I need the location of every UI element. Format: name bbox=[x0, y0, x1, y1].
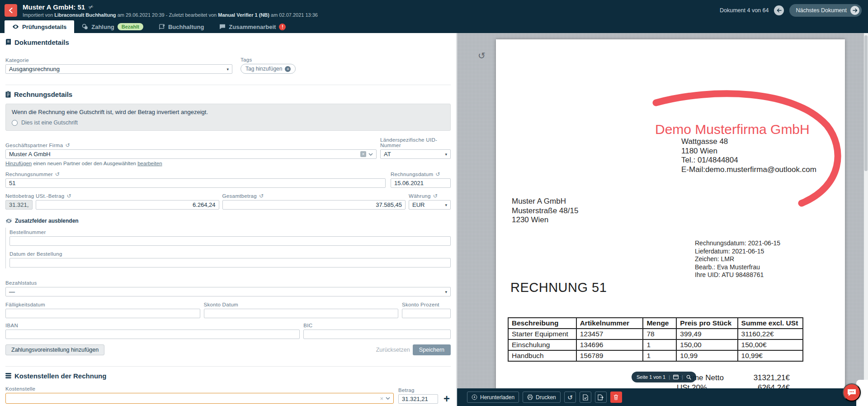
partner-combobox[interactable]: Muster A GmbH × bbox=[5, 149, 377, 159]
document-icon bbox=[5, 39, 11, 46]
rotate-left-icon[interactable]: ↺ bbox=[478, 50, 486, 61]
credit-note-infobox: Wenn die Rechnung eine Gutschrift ist, w… bbox=[5, 104, 451, 131]
kategorie-label: Kategorie bbox=[5, 57, 232, 63]
credit-note-option[interactable]: Dies ist eine Gutschrift bbox=[12, 119, 444, 126]
history-icon[interactable]: ↺ bbox=[65, 143, 70, 148]
document-export-button[interactable] bbox=[595, 392, 607, 403]
history-icon[interactable]: ↺ bbox=[66, 194, 71, 198]
paid-status-select[interactable]: — ▾ bbox=[5, 287, 451, 296]
cost-center-combobox[interactable]: × bbox=[5, 393, 394, 404]
document-history-button[interactable]: ↺ bbox=[564, 392, 576, 403]
credit-note-option-label: Dies ist eine Gutschrift bbox=[21, 119, 78, 126]
uid-select[interactable]: AT ▾ bbox=[380, 149, 451, 159]
add-tag-button[interactable]: Tag hinzufügen + bbox=[241, 64, 296, 74]
table-row: Handbuch156789110,9910,99€ bbox=[508, 350, 803, 361]
cost-center-label: Kostenstelle bbox=[5, 386, 394, 392]
due-date-input[interactable] bbox=[5, 309, 200, 318]
next-document-button[interactable]: Nächstes Dokument bbox=[789, 4, 862, 17]
history-icon[interactable]: ↺ bbox=[259, 194, 264, 198]
partner-links-text: einen neuen Partner oder den Ausgewählte… bbox=[32, 161, 137, 166]
section-kostenstellen: Kostenstellen der Rechnung bbox=[5, 372, 451, 380]
iban-input[interactable] bbox=[5, 330, 300, 339]
history-icon[interactable]: ↺ bbox=[433, 194, 438, 198]
fit-page-icon[interactable] bbox=[673, 375, 679, 379]
skonto-percent-input[interactable] bbox=[402, 309, 451, 318]
import-source: Libraconsult Buchhaltung bbox=[54, 12, 116, 18]
hide-extra-fields-label: Zusatzfelder ausblenden bbox=[15, 218, 79, 224]
invoice-page[interactable]: Demo Musterfirma GmbH Wattgasse 48 1180 … bbox=[496, 39, 845, 401]
bic-input[interactable] bbox=[303, 330, 451, 339]
amount-input[interactable] bbox=[398, 394, 438, 404]
chat-widget-button[interactable] bbox=[843, 383, 861, 401]
eye-icon bbox=[12, 24, 19, 29]
invoice-meta: Rechnungsdatum: 2021-06-15 Lieferdatum: … bbox=[695, 239, 780, 279]
page-title: Muster A GmbH: 51 bbox=[23, 3, 85, 11]
uid-label: Länderspezifische UID-Nummer bbox=[380, 137, 451, 148]
chat-bubble-icon bbox=[847, 389, 856, 396]
history-icon[interactable]: ↺ bbox=[435, 172, 440, 177]
skonto-date-input[interactable] bbox=[204, 309, 399, 318]
save-button[interactable]: Speichern bbox=[413, 344, 451, 355]
kategorie-select[interactable]: Ausgangsrechnung ▾ bbox=[5, 64, 232, 74]
history-icon: ↺ bbox=[567, 394, 573, 401]
arrow-right-icon bbox=[850, 6, 859, 15]
delete-document-button[interactable] bbox=[610, 392, 622, 403]
document-preview-panel: ↺ ↻ Demo Musterfirma GmbH Wattgasse 48 1… bbox=[457, 33, 868, 406]
trash-icon bbox=[613, 394, 618, 400]
page-indicator-label: Seite 1 von 1 bbox=[637, 374, 665, 380]
paid-status-label: Bezahlstatus bbox=[5, 280, 451, 286]
page-indicator: Seite 1 von 1 | | bbox=[632, 372, 696, 382]
document-verify-button[interactable] bbox=[580, 392, 591, 403]
download-button[interactable]: Herunterladen bbox=[467, 392, 519, 403]
tab-bar: Prüfungsdetails Zahlung Bezahlt Buchhalt… bbox=[0, 20, 868, 33]
verification-form-panel: Dokumentdetails Kategorie Ausgangsrechnu… bbox=[0, 33, 457, 406]
scrollbar-thumb[interactable] bbox=[864, 35, 868, 171]
order-date-input[interactable] bbox=[9, 258, 451, 267]
order-number-input[interactable] bbox=[9, 236, 451, 246]
tab-zahlung[interactable]: Zahlung Bezahlt bbox=[74, 20, 151, 33]
tab-buchhaltung[interactable]: Buchhaltung bbox=[151, 20, 212, 33]
skonto-date-label: Skonto Datum bbox=[204, 302, 399, 307]
reset-button[interactable]: Zurücksetzen bbox=[376, 347, 410, 353]
print-button[interactable]: Drucken bbox=[523, 392, 561, 403]
total-amount-input[interactable] bbox=[222, 200, 406, 210]
history-icon[interactable]: ↺ bbox=[55, 172, 60, 177]
previous-document-button[interactable] bbox=[774, 5, 784, 15]
import-info: Importiert von Libraconsult Buchhaltung … bbox=[23, 12, 318, 18]
payment-icon bbox=[82, 24, 88, 30]
clear-icon[interactable]: × bbox=[360, 151, 366, 157]
radio-icon[interactable] bbox=[12, 120, 18, 126]
tab-pruefungsdetails[interactable]: Prüfungsdetails bbox=[5, 20, 74, 33]
separator: | bbox=[682, 374, 683, 380]
import-info-text: Importiert von bbox=[23, 12, 54, 18]
tab-zusammenarbeit[interactable]: Zusammenarbeit ! bbox=[212, 20, 293, 33]
chevron-down-icon[interactable] bbox=[386, 397, 390, 400]
clear-icon[interactable]: × bbox=[380, 395, 383, 402]
eye-off-icon bbox=[5, 218, 12, 224]
total-amount-label: Gesamtbetrag↺ bbox=[222, 193, 406, 199]
add-partner-link[interactable]: Hinzufügen bbox=[5, 161, 32, 166]
amount-label: Betrag bbox=[398, 387, 438, 393]
due-date-label: Fälligkeitsdatum bbox=[5, 302, 200, 307]
add-cost-center-button[interactable]: + bbox=[443, 394, 451, 404]
tab-label: Prüfungsdetails bbox=[22, 24, 66, 30]
edit-partner-link[interactable]: bearbeiten bbox=[137, 161, 162, 166]
invoice-date-input[interactable] bbox=[391, 178, 451, 188]
preview-scrollbar[interactable] bbox=[864, 33, 868, 406]
partner-label: Geschäftspartner Firma↺ bbox=[5, 143, 377, 148]
tab-label: Zahlung bbox=[91, 24, 114, 30]
chevron-down-icon[interactable] bbox=[368, 153, 373, 156]
hide-extra-fields-toggle[interactable]: Zusatzfelder ausblenden bbox=[5, 218, 451, 224]
import-info-text: am 29.06.2021 20:39 - Zuletzt bearbeitet… bbox=[116, 12, 218, 18]
print-label: Drucken bbox=[536, 394, 556, 401]
download-label: Herunterladen bbox=[480, 394, 514, 401]
split-document-icon[interactable]: ✂ bbox=[87, 3, 95, 11]
kategorie-value: Ausgangsrechnung bbox=[9, 66, 60, 72]
invoice-number-input[interactable] bbox=[5, 178, 386, 188]
zoom-icon[interactable] bbox=[686, 375, 691, 380]
arrow-left-icon bbox=[777, 8, 782, 13]
back-button[interactable] bbox=[5, 4, 17, 17]
vat-amount-input[interactable] bbox=[36, 200, 219, 210]
payment-preset-button[interactable]: Zahlungsvoreinstellung hinzufügen bbox=[5, 344, 104, 355]
currency-select[interactable]: EUR ▾ bbox=[409, 200, 451, 210]
